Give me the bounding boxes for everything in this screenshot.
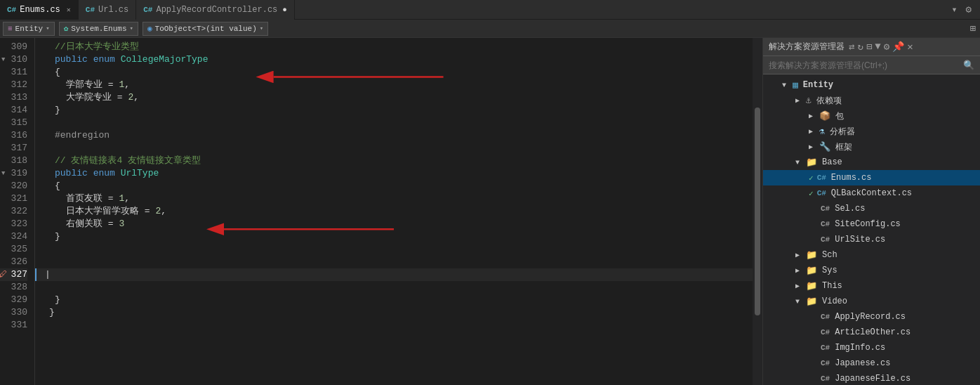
code-line-328 [35,281,753,294]
tree-item-deps[interactable]: ⚓ 依赖项 [763,93,980,108]
tab-close-enums[interactable]: ✕ [67,6,71,14]
filter-btn[interactable]: ▼ [875,41,880,53]
base-folder-icon: 📁 [806,157,817,168]
siteconfig-cs-icon: C# [821,220,830,228]
tree-item-pkg[interactable]: 📦 包 [763,108,980,124]
tab-dropdown-btn[interactable]: ▾ [948,2,960,17]
code-line-321: 首页友联 = 1, [35,192,753,205]
deps-icon: ⚓ [806,95,812,106]
tab-label-enums: Enums.cs [20,5,60,15]
code-line-327[interactable]: | [35,268,753,281]
tab-settings-btn[interactable]: ⚙ [963,2,974,17]
sel-cs-label: Sel.cs [835,204,865,214]
editor-area[interactable]: 309 ▼ 310 311 312 313 314 315 316 317 31… [0,38,762,385]
framework-arrow[interactable] [809,143,817,151]
sys-folder-icon: 📁 [806,265,817,276]
tree-item-this[interactable]: 📁 This [763,278,980,294]
tree-item-base[interactable]: 📁 Base [763,155,980,170]
tab-url[interactable]: C# Url.cs [79,0,136,20]
code-line-323: 右侧关联 = 3 [35,218,753,230]
cs-icon-enums: C# [7,6,16,14]
tree-item-entity[interactable]: ▦ Entity [763,77,980,93]
japanese-cs-label: Japanese.cs [835,358,890,368]
entity-dropdown-arrow: ▾ [46,25,49,32]
system-enums-dropdown[interactable]: ✿ System.Enums ▾ [59,22,138,36]
ln-330: 330 [0,306,27,319]
pkg-arrow[interactable] [809,112,817,120]
applyrecord-cs-label: ApplyRecord.cs [835,312,906,322]
code-line-325 [35,243,753,256]
tree-item-siteconfig-cs[interactable]: C# SiteConfig.cs [763,216,980,232]
code-line-330: } [35,306,753,319]
entity-label: Entity [803,80,833,90]
framework-icon: 🔧 [819,141,830,152]
articleother-cs-label: ArticleOther.cs [835,327,911,337]
articleother-cs-icon: C# [821,328,830,337]
cs-icon-url: C# [86,6,95,14]
tree-item-urlsite-cs[interactable]: C# UrlSite.cs [763,232,980,247]
code-content[interactable]: //日本大学专业类型 public enum CollegeMajorType … [35,38,753,385]
tree-item-analyze[interactable]: ⚗ 分析器 [763,124,980,139]
refresh-btn[interactable]: ↻ [857,41,863,53]
urlsite-cs-label: UrlSite.cs [835,235,885,244]
code-line-326 [35,256,753,268]
tree-item-applyrecord-cs[interactable]: C# ApplyRecord.cs [763,309,980,325]
qlback-cs-label: QLBackContext.cs [831,188,912,198]
main-layout: 309 ▼ 310 311 312 313 314 315 316 317 31… [0,38,980,385]
deps-arrow[interactable] [795,96,804,105]
solution-tree[interactable]: ▦ Entity ⚓ 依赖项 📦 包 [763,74,980,385]
tree-item-sch[interactable]: 📁 Sch [763,247,980,263]
entity-arrow[interactable] [782,81,790,89]
sync-btn[interactable]: ⇄ [849,41,854,53]
search-icon[interactable]: 🔍 [963,60,974,71]
tab-applyrecord[interactable]: C# ApplyRecordController.cs ● [136,0,295,20]
this-arrow[interactable] [795,282,804,290]
tab-enums[interactable]: C# Enums.cs ✕ [0,0,79,20]
toobject-label: ToObject<T>(int value) [155,25,257,33]
video-arrow[interactable] [795,298,804,306]
tree-item-japanesefile-cs[interactable]: C# JapaneseFile.cs [763,371,980,385]
tree-item-articleother-cs[interactable]: C# ArticleOther.cs [763,325,980,340]
tree-item-enums-cs[interactable]: ✓ C# Enums.cs [763,170,980,185]
check-mark-enums: ✓ [809,174,814,183]
sch-label: Sch [822,250,837,260]
close-panel-btn[interactable]: ✕ [907,41,913,53]
toobject-icon: ◉ [147,24,152,33]
right-panel: 解决方案资源管理器 ⇄ ↻ ⊟ ▼ ⚙ 📌 ✕ 🔍 [762,38,980,385]
tab-label-url: Url.cs [98,5,128,15]
tab-bar-right: ▾ ⚙ [948,2,980,17]
search-input[interactable] [769,60,960,70]
tree-item-qlback-cs[interactable]: ✓ C# QLBackContext.cs [763,185,980,201]
base-arrow[interactable] [795,159,804,167]
japanesefile-cs-label: JapaneseFile.cs [835,374,911,384]
tree-item-sel-cs[interactable]: C# Sel.cs [763,201,980,216]
sys-label: Sys [822,266,837,275]
code-line-318: // 友情链接表4 友情链接文章类型 [35,155,753,167]
ln-329: 329 [0,294,27,306]
tree-item-sys[interactable]: 📁 Sys [763,263,980,278]
settings-btn[interactable]: ⚙ [884,41,889,53]
editor-toolbar: ≡ Entity ▾ ✿ System.Enums ▾ ◉ ToObject<T… [0,20,980,38]
tree-item-imginfo-cs[interactable]: C# ImgInfo.cs [763,340,980,355]
ln-323: 323 [0,218,27,230]
sch-arrow[interactable] [795,251,804,259]
entity-dropdown[interactable]: ≡ Entity ▾ [3,22,55,36]
code-line-324: } [35,230,753,243]
expand-editor-btn[interactable]: ⊞ [966,21,980,36]
analyze-icon: ⚗ [819,126,825,137]
collapse-btn[interactable]: ⊟ [866,41,872,53]
ln-328: 328 [0,281,27,294]
pin-btn[interactable]: 📌 [892,41,904,53]
deps-label: 依赖项 [816,95,842,107]
framework-label: 框架 [835,141,852,153]
pkg-label: 包 [835,110,844,122]
sel-cs-icon: C# [821,204,830,213]
tree-item-video[interactable]: 📁 Video [763,294,980,309]
sys-arrow[interactable] [795,266,804,275]
editor-scrollbar[interactable] [753,38,762,385]
scrollbar-thumb[interactable] [755,107,760,315]
tree-item-japanese-cs[interactable]: C# Japanese.cs [763,355,980,371]
toobject-dropdown[interactable]: ◉ ToObject<T>(int value) ▾ [143,22,268,36]
tree-item-framework[interactable]: 🔧 框架 [763,139,980,155]
analyze-arrow[interactable] [809,127,817,136]
